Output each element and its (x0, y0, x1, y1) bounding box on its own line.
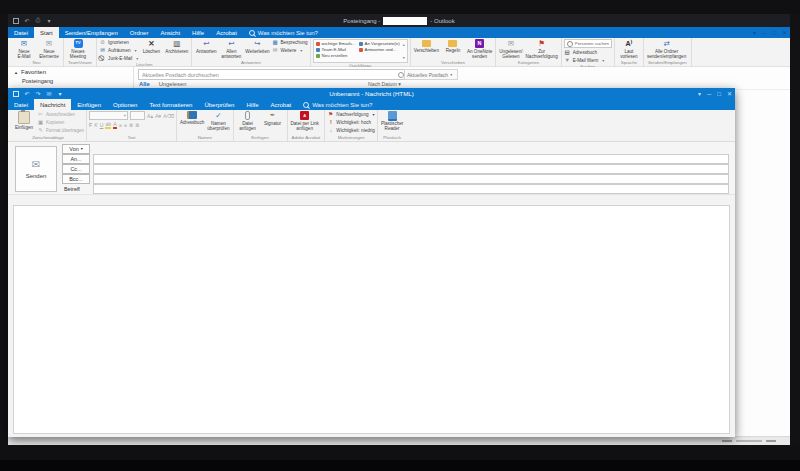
tab-einfuegen[interactable]: Einfügen (71, 99, 107, 110)
send-button[interactable]: ✉ Senden (15, 146, 57, 192)
tab-nachricht[interactable]: Nachricht (34, 99, 71, 110)
high-importance-button[interactable]: !Wichtigkeit: hoch (327, 119, 375, 126)
align-left-icon[interactable]: ≣ (129, 122, 133, 128)
more-respond-button[interactable]: ✉Weitere▾ (272, 47, 308, 54)
shrink-font-icon[interactable]: A▾ (155, 113, 161, 119)
to-button[interactable]: An... (62, 154, 90, 164)
bold-button[interactable]: F (89, 122, 92, 128)
quickstep-item[interactable]: Team E-Mail (316, 47, 356, 52)
subject-input[interactable] (93, 184, 729, 194)
minimize-icon[interactable]: ─ (707, 91, 711, 97)
bcc-input[interactable] (93, 174, 729, 184)
forward-button[interactable]: ↪Weiterleiten (244, 39, 270, 54)
tab-acrobat[interactable]: Acrobat (264, 99, 297, 110)
bullets-icon[interactable]: ≡ (119, 122, 122, 128)
align-center-icon[interactable]: ≣ (135, 122, 139, 128)
quicksteps-scroll[interactable]: ▴▾ (403, 41, 405, 61)
reply-all-button[interactable]: ↩Allen antworten (219, 39, 243, 59)
status-zoom-in[interactable] (766, 440, 776, 442)
filter-unread[interactable]: Ungelesen (159, 81, 187, 87)
tab-hilfe[interactable]: Hilfe (186, 27, 210, 38)
paste-button[interactable]: Einfügen (12, 111, 36, 130)
numbering-icon[interactable]: ≡ (124, 122, 127, 128)
tab-ordner[interactable]: Ordner (124, 27, 155, 38)
tab-ueberpruefen[interactable]: Überprüfen (198, 99, 240, 110)
check-names-button[interactable]: ✓Namen überprüfen (206, 111, 230, 131)
sort-by-date[interactable]: Nach Datum ▾ (368, 81, 401, 87)
ribbon-options-icon[interactable]: ▾ (698, 90, 701, 97)
tab-optionen[interactable]: Optionen (107, 99, 143, 110)
follow-up-button[interactable]: ⚑Zur Nachverfolgung (525, 39, 559, 59)
tab-senden-empfangen[interactable]: Senden/Empfangen (59, 27, 124, 38)
delete-button[interactable]: ✕Löschen (139, 39, 163, 54)
italic-button[interactable]: K (94, 122, 97, 128)
close-icon[interactable]: ✕ (727, 90, 732, 97)
onenote-button[interactable]: NAn OneNote senden (466, 39, 493, 59)
tab-hilfe[interactable]: Hilfe (240, 99, 264, 110)
favorites-header[interactable]: ▲Favoriten (14, 69, 46, 75)
bcc-button[interactable]: Bcc... (62, 174, 90, 184)
attach-file-button[interactable]: Datei anfügen (236, 111, 260, 131)
mailbox-search-input[interactable]: Aktuelles Postfach durchsuchen (138, 69, 408, 80)
minimize-icon[interactable]: ─ (762, 30, 766, 36)
immersive-reader-button[interactable]: Plastischer Reader (380, 111, 404, 131)
quickstep-item[interactable]: Antworten und... (359, 47, 400, 52)
find-people-field[interactable]: Personen suchen (564, 39, 612, 48)
cc-input[interactable] (93, 164, 729, 174)
low-importance-button[interactable]: ↓Wichtigkeit: niedrig (327, 127, 375, 134)
underline-button[interactable]: U (100, 122, 104, 128)
tab-datei[interactable]: Datei (8, 27, 34, 38)
tab-acrobat[interactable]: Acrobat (210, 27, 243, 38)
new-meeting-button[interactable]: TVNeues Meeting (66, 39, 90, 59)
filter-all[interactable]: Alle (139, 81, 150, 87)
unread-read-button[interactable]: ✉Ungelesen/ Gelesen (498, 39, 523, 59)
address-book-button[interactable]: Adressbuch (179, 111, 205, 125)
font-color-button[interactable]: A (113, 121, 116, 129)
ribbon-options-icon[interactable]: ▾ (753, 29, 756, 36)
rules-button[interactable]: Regeln (441, 39, 465, 53)
junk-button[interactable]: ⃠Junk-E-Mail▾ (99, 55, 138, 62)
format-painter-button[interactable]: ✎Format übertragen (37, 127, 84, 134)
sidebar-item-posteingang[interactable]: Posteingang (22, 78, 53, 84)
cut-button[interactable]: ✂Ausschneiden (37, 111, 84, 118)
quickstep-item[interactable]: wichtige Emails... (316, 41, 356, 46)
ignore-button[interactable]: ⊘Ignorieren (99, 39, 138, 46)
tab-text-formatieren[interactable]: Text formatieren (143, 99, 198, 110)
message-body-editor[interactable] (13, 205, 730, 434)
font-size-select[interactable] (130, 111, 145, 120)
move-button[interactable]: Verschieben (413, 39, 440, 53)
close-icon[interactable]: ✕ (782, 29, 787, 36)
signature-button[interactable]: ✒Signatur (261, 111, 285, 126)
read-aloud-button[interactable]: A⁾Laut vorlesen (617, 39, 641, 59)
reply-button[interactable]: ↩Antworten (194, 39, 218, 54)
send-receive-button[interactable]: ⇄Alle Ordner senden/empfangen (646, 39, 687, 59)
cleanup-button[interactable]: ✉Aufräumen▾ (99, 47, 138, 54)
font-name-select[interactable]: ▾ (89, 111, 128, 120)
follow-up-button[interactable]: ⚑Nachverfolgung▾ (327, 111, 375, 118)
from-button[interactable]: Von▾ (62, 144, 90, 154)
filter-email-button[interactable]: ▼E-Mail filtern▾ (564, 57, 612, 64)
archive-button[interactable]: ▥Archivieren (164, 39, 189, 54)
copy-button[interactable]: ▣Kopieren (37, 119, 84, 126)
to-input[interactable] (93, 154, 729, 164)
address-book-button[interactable]: ▤Adressbuch (564, 49, 612, 56)
tellme-search[interactable]: Was möchten Sie tun? (297, 99, 378, 110)
grow-font-icon[interactable]: A▴ (147, 113, 153, 119)
search-scope-dropdown[interactable]: Aktuelles Postfach▾ (404, 69, 458, 80)
new-items-button[interactable]: ✉Neue Elemente (37, 39, 61, 59)
tellme-search[interactable]: Was möchten Sie tun? (243, 27, 324, 38)
maximize-icon[interactable]: □ (717, 91, 721, 97)
tab-ansicht[interactable]: Ansicht (154, 27, 186, 38)
tab-datei[interactable]: Datei (8, 99, 34, 110)
status-zoom-out[interactable] (722, 440, 732, 442)
new-email-button[interactable]: ✉Neue E-Mail (12, 39, 36, 59)
quickstep-item[interactable]: Neu erstellen (316, 53, 356, 58)
attach-via-link-button[interactable]: ADatei per Link anfügen (290, 111, 320, 131)
clear-format-icon[interactable]: A⌫ (163, 113, 174, 119)
meeting-button[interactable]: ▦Besprechung (272, 39, 308, 46)
quickstep-item[interactable]: An Vorgesetzte(n) (359, 41, 400, 46)
cc-button[interactable]: Cc... (62, 164, 90, 174)
highlight-button[interactable]: ab (105, 121, 111, 129)
maximize-icon[interactable]: □ (772, 30, 776, 36)
status-zoom-slider[interactable] (736, 440, 762, 442)
